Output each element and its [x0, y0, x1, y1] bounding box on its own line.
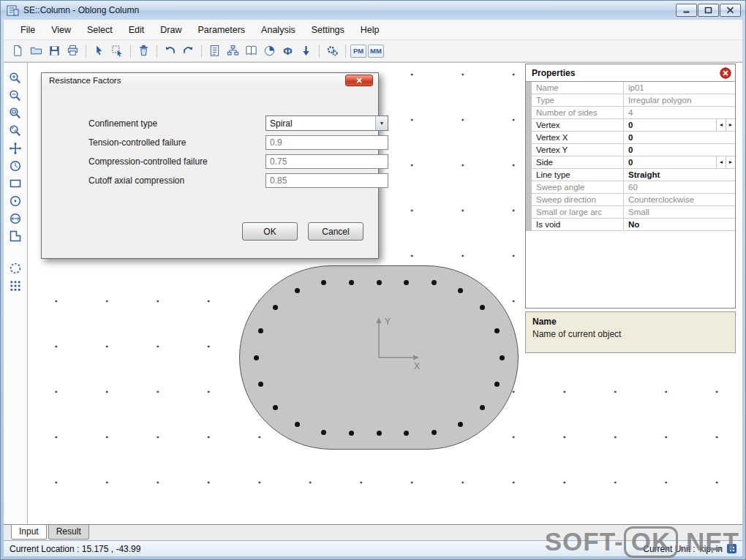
dashed-circle-tool-icon[interactable] — [7, 260, 24, 276]
compression-failure-row: Compression-controlled failure — [88, 154, 359, 169]
confinement-type-select[interactable]: Spiral ▼ — [265, 116, 388, 131]
new-file-icon[interactable] — [10, 42, 26, 60]
gears-icon[interactable] — [324, 42, 341, 60]
side-spinner[interactable]: ◄► — [716, 156, 735, 168]
property-row[interactable]: Vertex Y0 — [532, 144, 735, 156]
rebar-dot — [321, 430, 326, 435]
cutoff-compression-label: Cutoff axial compression — [88, 175, 184, 186]
vertex-spinner[interactable]: ◄► — [716, 119, 735, 131]
rebar-grid-tool-icon[interactable] — [7, 278, 24, 294]
rectangle-tool-icon[interactable] — [7, 175, 24, 192]
zoom-extents-icon[interactable] — [7, 123, 24, 139]
circle-tool-icon[interactable] — [7, 158, 24, 174]
toolbar-separator — [130, 45, 131, 58]
menu-view[interactable]: View — [43, 21, 79, 39]
polygon-tool-icon[interactable] — [7, 228, 24, 244]
dialog-close-button[interactable]: ✕ — [345, 75, 373, 86]
cutoff-compression-input[interactable] — [265, 173, 388, 188]
down-arrow-icon[interactable] — [298, 42, 314, 60]
dialog-title-bar[interactable]: Resistance Factors ✕ — [42, 73, 378, 89]
rebar-dot — [404, 280, 409, 285]
pm-diagram-button[interactable]: PM — [350, 45, 366, 58]
property-row[interactable]: Is voidNo — [532, 219, 735, 231]
property-row: Sweep angle60 — [532, 181, 735, 194]
hierarchy-icon[interactable] — [225, 42, 241, 60]
menu-settings[interactable]: Settings — [304, 21, 353, 39]
menu-file[interactable]: File — [12, 21, 43, 39]
menu-draw[interactable]: Draw — [152, 21, 189, 39]
spinner-right-icon: ► — [726, 156, 735, 168]
resistance-factors-dialog: Resistance Factors ✕ Confinement type Sp… — [41, 72, 379, 259]
toolbar-separator — [86, 45, 86, 58]
drawing-toolbar — [4, 63, 28, 524]
pan-icon[interactable] — [7, 140, 24, 156]
zoom-window-icon[interactable] — [7, 105, 24, 121]
rebar-dot — [273, 305, 278, 310]
zoom-out-icon[interactable] — [7, 88, 24, 104]
toolbar-separator — [157, 45, 157, 58]
rebar-dot — [377, 431, 382, 436]
delete-icon[interactable] — [135, 42, 152, 60]
toolbar-separator — [345, 45, 346, 58]
menu-help[interactable]: Help — [353, 21, 388, 39]
dialog-title: Resistance Factors — [49, 76, 121, 85]
properties-close-icon[interactable] — [720, 67, 731, 79]
tab-input[interactable]: Input — [11, 525, 47, 540]
property-help-title: Name — [532, 317, 728, 327]
menu-edit[interactable]: Edit — [121, 21, 153, 39]
tab-result[interactable]: Result — [48, 525, 89, 540]
minimize-button[interactable] — [676, 4, 697, 17]
pie-diagram-icon[interactable] — [261, 42, 278, 60]
window-title: SE::Column - Oblong Column — [23, 5, 139, 15]
spinner-left-icon: ◄ — [716, 156, 726, 168]
confinement-type-row: Confinement type Spiral ▼ — [88, 116, 359, 131]
undo-icon[interactable] — [162, 42, 178, 60]
rebar-dot — [321, 280, 326, 285]
cutoff-compression-row: Cutoff axial compression — [88, 173, 359, 188]
tension-failure-label: Tension-controlled failure — [88, 137, 186, 148]
phi-icon[interactable]: Φ — [279, 42, 296, 60]
property-row[interactable]: Line typeStraight — [532, 169, 735, 181]
menu-select[interactable]: Select — [79, 21, 121, 39]
redo-icon[interactable] — [180, 42, 197, 60]
compression-failure-input[interactable] — [265, 154, 388, 169]
select-box-icon[interactable] — [109, 42, 126, 60]
rebar-dot — [349, 431, 354, 436]
mm-diagram-button[interactable]: MM — [368, 45, 384, 58]
oblong-tool-icon[interactable] — [7, 211, 24, 227]
title-bar: SE::Column - Oblong Column — [1, 1, 745, 20]
toolbar-separator — [319, 45, 320, 58]
report-icon[interactable] — [206, 42, 223, 60]
spinner-left-icon: ◄ — [716, 119, 726, 131]
book-icon[interactable] — [243, 42, 260, 60]
main-toolbar: Φ PM MM — [4, 40, 742, 62]
cancel-button[interactable]: Cancel — [308, 222, 363, 241]
cursor-icon[interactable] — [91, 42, 108, 60]
confinement-type-label: Confinement type — [88, 118, 157, 129]
close-button[interactable] — [720, 4, 741, 17]
chevron-down-icon[interactable]: ▼ — [375, 116, 388, 130]
tension-failure-input[interactable] — [265, 135, 388, 150]
zoom-in-icon[interactable] — [7, 70, 24, 86]
ok-button[interactable]: OK — [242, 222, 298, 241]
open-folder-icon[interactable] — [28, 42, 45, 60]
rebar-dot — [404, 431, 409, 436]
oblong-column-shape[interactable] — [239, 265, 519, 450]
rebar-dot — [295, 288, 300, 293]
menu-analysis[interactable]: Analysis — [253, 21, 304, 39]
property-row[interactable]: Side0◄► — [532, 156, 735, 169]
property-row[interactable]: Vertex0◄► — [532, 119, 735, 132]
spinner-right-icon: ► — [726, 119, 735, 131]
property-row[interactable]: Vertex X0 — [532, 132, 735, 144]
tension-failure-row: Tension-controlled failure — [88, 135, 359, 150]
current-location-text: Current Location : 15.175 , -43.99 — [10, 544, 140, 554]
rebar-dot — [494, 328, 500, 333]
maximize-button[interactable] — [698, 4, 719, 17]
print-icon[interactable] — [64, 42, 81, 60]
save-icon[interactable] — [46, 42, 63, 60]
menu-parameters[interactable]: Parameters — [190, 21, 254, 39]
app-window: SE::Column - Oblong Column File View Sel… — [0, 0, 746, 560]
properties-panel: Properties Nameip01 TypeIrregular polygo… — [525, 64, 736, 309]
circle-center-tool-icon[interactable] — [7, 193, 24, 209]
toolbar-separator — [201, 45, 202, 58]
